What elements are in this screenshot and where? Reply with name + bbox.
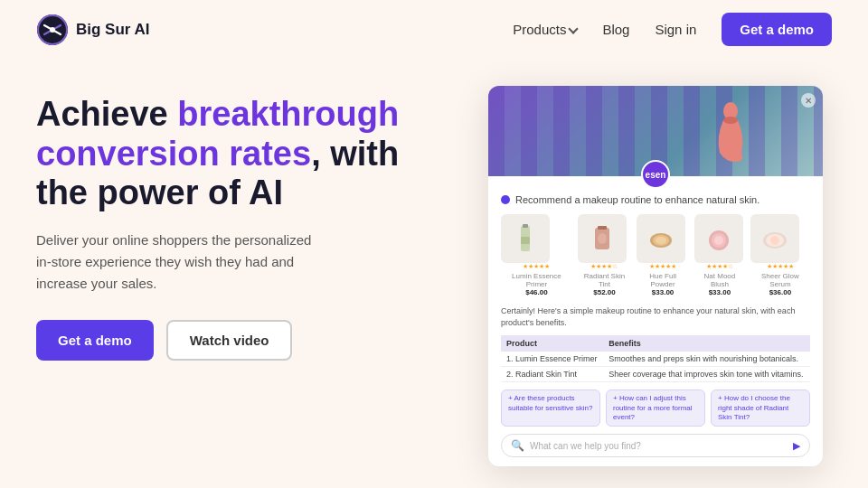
chip-1[interactable]: + Are these products suitable for sensit…	[501, 389, 600, 427]
product-price-4: $33.00	[694, 288, 745, 296]
stars-2: ★★★★☆	[578, 263, 631, 270]
product-name-3: Hue Full Powder	[637, 272, 689, 288]
logo-icon	[36, 14, 69, 46]
chip-icon-3: +	[718, 394, 722, 402]
svg-point-18	[714, 236, 723, 245]
stars-3: ★★★★★	[637, 263, 689, 270]
products-row: ★★★★★ Lumin Essence Primer $46.00 ★★★★☆ …	[501, 214, 810, 296]
search-icon: 🔍	[511, 439, 524, 452]
svg-rect-9	[521, 237, 530, 244]
product-item-4: ★★★★☆ Nat Mood Blush $33.00	[694, 214, 745, 296]
query-text: Recommend a makeup routine to enhance na…	[515, 194, 760, 205]
card-close-button[interactable]: ✕	[801, 93, 816, 108]
suggestion-chips: + Are these products suitable for sensit…	[501, 389, 810, 427]
svg-point-12	[598, 233, 607, 244]
product-item-2: ★★★★☆ Radiant Skin Tint $52.00	[578, 214, 631, 296]
search-placeholder: What can we help you find?	[530, 441, 788, 451]
navbar: Big Sur AI Products Blog Sign in Get a d…	[0, 0, 868, 59]
logo-text: Big Sur AI	[76, 21, 150, 39]
product-thumb-5	[750, 214, 799, 263]
hero-subtitle: Deliver your online shoppers the persona…	[36, 230, 326, 295]
send-icon: ▶	[793, 440, 800, 452]
nav-blog[interactable]: Blog	[602, 22, 629, 37]
svg-point-21	[770, 236, 779, 245]
chip-2[interactable]: + How can I adjust this routine for a mo…	[606, 389, 705, 427]
hero-right: esen ✕ Recommend a makeup routine to enh…	[488, 86, 832, 466]
nav-signin[interactable]: Sign in	[655, 22, 696, 37]
product-table: Product Benefits 1. Lumin Essence Primer…	[501, 335, 810, 382]
hero-section: Achieve breakthrough conversion rates, w…	[0, 59, 868, 484]
product-item-5: ★★★★★ Sheer Glow Serum $36.00	[750, 214, 810, 296]
product-item: ★★★★★ Lumin Essence Primer $46.00	[501, 214, 572, 296]
esen-badge: esen	[641, 160, 670, 189]
svg-rect-11	[598, 226, 607, 230]
product-price-1: $46.00	[501, 288, 572, 296]
query-line: Recommend a makeup routine to enhance na…	[501, 194, 810, 205]
nav-get-demo-button[interactable]: Get a demo	[722, 13, 832, 46]
chip-3[interactable]: + How do I choose the right shade of Rad…	[711, 389, 810, 427]
hero-left: Achieve breakthrough conversion rates, w…	[36, 86, 425, 361]
stars-1: ★★★★★	[501, 263, 572, 270]
product-name-2: Radiant Skin Tint	[578, 272, 631, 288]
table-row: 1. Lumin Essence Primer Smoothes and pre…	[501, 352, 810, 367]
product-price-2: $52.00	[578, 288, 631, 296]
nav-links: Products Blog Sign in Get a demo	[513, 13, 832, 46]
product-price-3: $33.00	[637, 288, 689, 296]
table-cell: 1. Lumin Essence Primer	[501, 352, 603, 367]
description-text: Certainly! Here's a simple makeup routin…	[501, 305, 810, 328]
chevron-down-icon	[569, 23, 579, 33]
nav-products[interactable]: Products	[513, 22, 577, 37]
product-item-3: ★★★★★ Hue Full Powder $33.00	[637, 214, 689, 296]
table-row: 2. Radiant Skin Tint Sheer coverage that…	[501, 367, 810, 382]
product-name-5: Sheer Glow Serum	[750, 272, 810, 288]
get-demo-button[interactable]: Get a demo	[36, 320, 154, 361]
chip-icon-1: +	[508, 394, 513, 402]
hero-buttons: Get a demo Watch video	[36, 320, 425, 361]
query-dot	[501, 195, 510, 204]
hero-title-plain: Achieve	[36, 95, 177, 133]
demo-card-header: esen ✕	[488, 86, 823, 176]
stars-5: ★★★★★	[750, 263, 810, 270]
product-thumb-2	[578, 214, 627, 263]
demo-card-body: Recommend a makeup routine to enhance na…	[488, 176, 823, 466]
table-cell: 2. Radiant Skin Tint	[501, 367, 603, 382]
stars-4: ★★★★☆	[694, 263, 745, 270]
table-header-product: Product	[501, 335, 603, 352]
product-thumb-3	[637, 214, 685, 263]
svg-point-4	[50, 27, 55, 33]
brands-strip: 🛒 Brands trust Big Sur AI to grow their …	[0, 484, 868, 488]
product-thumb-1	[501, 214, 550, 263]
watch-video-button[interactable]: Watch video	[166, 320, 293, 361]
table-header-benefits: Benefits	[603, 335, 810, 352]
table-cell: Sheer coverage that improves skin tone w…	[603, 367, 810, 382]
vase-icon	[711, 100, 750, 162]
product-name-4: Nat Mood Blush	[694, 272, 745, 288]
product-price-5: $36.00	[750, 288, 810, 296]
hero-title: Achieve breakthrough conversion rates, w…	[36, 95, 425, 213]
product-thumb-4	[694, 214, 743, 263]
search-bar[interactable]: 🔍 What can we help you find? ▶	[501, 434, 810, 457]
demo-card: esen ✕ Recommend a makeup routine to enh…	[488, 86, 823, 466]
logo[interactable]: Big Sur AI	[36, 14, 150, 46]
svg-point-6	[723, 117, 738, 124]
chip-icon-2: +	[613, 394, 618, 402]
product-name-1: Lumin Essence Primer	[501, 272, 572, 288]
table-cell: Smoothes and preps skin with nourishing …	[603, 352, 810, 367]
svg-rect-8	[523, 224, 528, 228]
svg-point-15	[656, 237, 666, 244]
